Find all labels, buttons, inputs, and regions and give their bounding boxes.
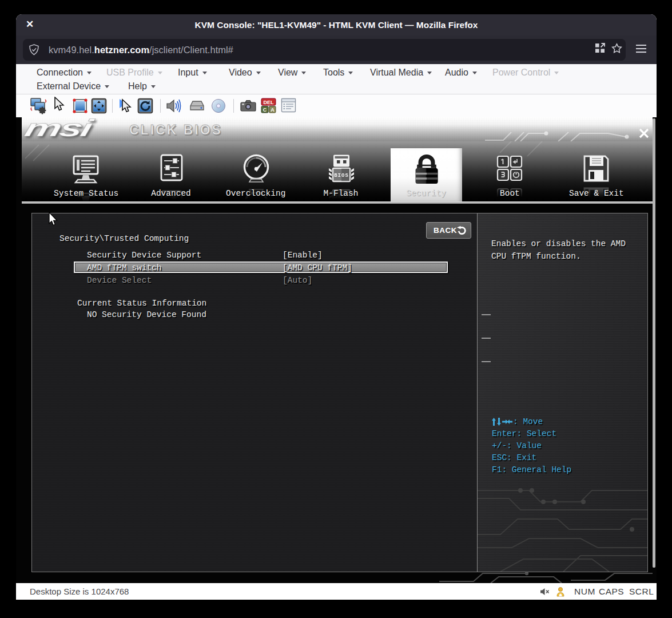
svg-text:A: A [271, 107, 275, 113]
svg-text:C: C [263, 107, 267, 113]
svg-text:DEL: DEL [264, 100, 275, 105]
svg-text:BIOS: BIOS [334, 173, 349, 179]
